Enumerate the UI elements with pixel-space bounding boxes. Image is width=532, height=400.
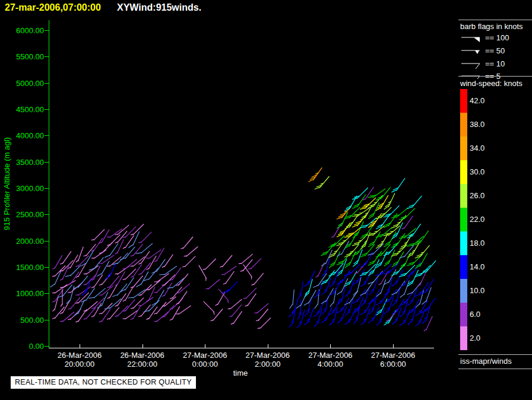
x-tick-label: 27-Mar-20066:00:00: [357, 351, 429, 369]
wind-barb: [99, 230, 109, 244]
wind-barb: [399, 228, 416, 239]
wind-barb: [254, 303, 268, 313]
wind-barb: [154, 248, 164, 262]
colorbar-swatch: [460, 326, 467, 350]
y-axis-line: [49, 20, 49, 348]
colorbar-value: 14.0: [470, 262, 484, 272]
colorbar-value: 6.0: [470, 310, 480, 319]
barb-legend-label: == 100: [485, 33, 509, 42]
wind-barb: [144, 268, 159, 281]
wind-barb: [321, 270, 335, 284]
y-tick-mark: [45, 162, 49, 163]
x-tick-label: 27-Mar-20064:00:00: [294, 351, 366, 369]
x-tick-label: 27-Mar-20060:00:00: [169, 351, 240, 369]
colorbar-value: 30.0: [470, 167, 484, 177]
footer-credit: iss-mapr/winds: [460, 357, 512, 366]
colorbar-swatch: [460, 89, 467, 113]
wind-barb: [112, 253, 128, 265]
wind-barb: [123, 300, 135, 312]
y-tick-mark: [45, 267, 49, 268]
separator-mid: [458, 76, 532, 77]
colorbar-value: 34.0: [470, 144, 484, 153]
y-tick-label: 5500.00: [0, 52, 44, 61]
wind-barb: [138, 297, 153, 306]
wind-barb: [360, 281, 374, 296]
y-axis-title: 915 Profiler Altitude (m agl): [2, 104, 11, 264]
wind-barb: [146, 280, 160, 290]
wind-barb: [321, 307, 332, 323]
colorbar-swatch: [460, 255, 467, 279]
wind-profiler-display: { "header": { "timestamp": "27-mar-2006,…: [0, 0, 532, 400]
wind-barb: [415, 245, 430, 258]
wind-barb: [52, 284, 67, 293]
barb-legend-title: barb flags in knots: [460, 22, 523, 31]
colorbar-swatch: [460, 208, 467, 231]
x-tick-mark: [80, 344, 80, 348]
wind-barb: [206, 280, 220, 290]
x-tick-label: 26-Mar-200622:00:00: [107, 351, 178, 369]
x-axis-title: time: [205, 369, 276, 377]
colorbar-swatch: [460, 184, 467, 208]
wind-barb: [220, 255, 232, 267]
wind-barb: [422, 306, 430, 323]
x-tick-mark: [268, 344, 268, 348]
wind-barb: [399, 265, 415, 277]
wind-barb: [123, 259, 137, 269]
x-tick-label: 27-Mar-20062:00:00: [232, 351, 303, 369]
colorbar-swatch: [460, 113, 467, 136]
colorbar-value: 26.0: [470, 191, 484, 201]
wind-barb: [407, 196, 422, 209]
wind-barb: [60, 312, 74, 322]
wind-barb: [360, 224, 374, 239]
wind-barb: [222, 281, 238, 293]
y-tick-label: 1000.00: [0, 289, 44, 298]
wind-barb: [136, 243, 153, 253]
wind-barb: [243, 288, 256, 299]
wind-barb: [66, 286, 74, 304]
colorbar-value: 22.0: [470, 215, 484, 224]
y-tick-mark: [45, 346, 49, 347]
y-tick-mark: [45, 109, 49, 110]
header-timestamp: 27-mar-2006,07:00:00: [5, 2, 101, 13]
wind-barb: [243, 265, 252, 280]
wind-barb: [123, 287, 133, 301]
pennant-50-icon: [460, 47, 484, 58]
wind-barb: [84, 307, 96, 319]
wind-barb: [392, 299, 404, 315]
colorbar-value: 18.0: [470, 239, 484, 248]
wind-barb: [368, 288, 381, 304]
wind-barb: [216, 291, 226, 306]
y-tick-label: 1500.00: [0, 263, 44, 272]
wind-barb: [184, 247, 198, 257]
wind-barb: [73, 276, 88, 289]
wind-barb: [138, 232, 151, 243]
x-tick-mark: [330, 344, 331, 348]
separator-credit-bottom: [458, 369, 532, 369]
x-tick-mark: [142, 344, 143, 348]
y-tick-label: 500.00: [0, 316, 44, 325]
y-tick-mark: [45, 241, 49, 242]
x-tick-time: 6:00:00: [357, 360, 429, 369]
y-tick-label: 6000.00: [0, 26, 44, 35]
wind-barb: [84, 266, 99, 275]
wind-barb: [422, 299, 435, 313]
wind-barb: [368, 251, 382, 265]
wind-barb: [115, 225, 129, 235]
colorbar-swatch: [460, 303, 467, 326]
x-tick-label: 26-Mar-200620:00:00: [44, 351, 115, 369]
wind-barb: [68, 272, 79, 285]
wind-barb: [60, 251, 71, 264]
wind-barb: [131, 276, 143, 288]
wind-barb: [89, 258, 104, 271]
wind-barb: [107, 307, 119, 319]
wind-barb: [84, 274, 97, 285]
y-tick-mark: [45, 320, 49, 320]
wind-barb: [344, 196, 357, 211]
wind-barb: [384, 250, 395, 266]
y-tick-mark: [45, 214, 49, 215]
wind-barb: [60, 280, 75, 288]
wind-barb: [245, 293, 256, 306]
wind-barb: [329, 299, 340, 315]
colorbar-value: 2.0: [470, 334, 480, 343]
wind-barb: [315, 176, 330, 189]
